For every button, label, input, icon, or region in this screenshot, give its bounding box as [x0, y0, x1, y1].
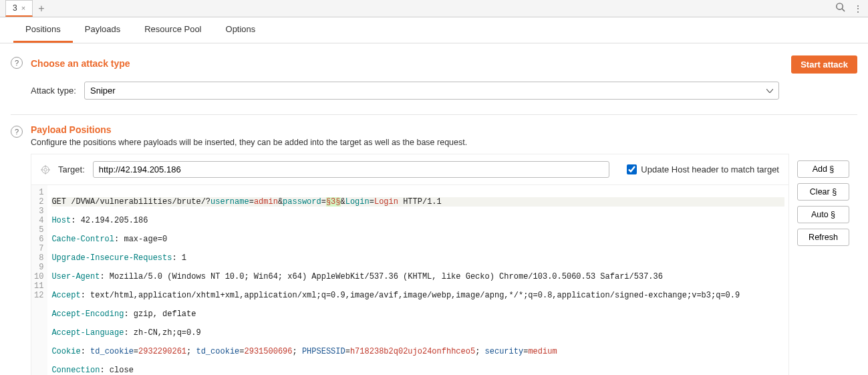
payload-marker: §3§	[326, 197, 341, 207]
add-tab-button[interactable]: +	[38, 3, 44, 15]
menu-icon[interactable]: ⋮	[853, 3, 863, 14]
payload-positions-title: Payload Positions	[31, 124, 857, 135]
tab-positions[interactable]: Positions	[13, 17, 73, 43]
svg-line-1	[842, 9, 845, 11]
add-marker-button[interactable]: Add §	[797, 160, 849, 178]
svg-point-0	[837, 3, 843, 9]
target-input[interactable]	[93, 161, 610, 178]
request-code[interactable]: GET /DVWA/vulnerabilities/brute/?usernam…	[47, 185, 788, 375]
clear-marker-button[interactable]: Clear §	[797, 183, 849, 201]
marker-buttons: Add § Clear § Auto § Refresh	[797, 154, 857, 246]
svg-point-3	[44, 168, 47, 170]
attack-type-select[interactable]: Sniper	[84, 82, 779, 100]
attack-type-label: Attack type:	[31, 86, 78, 96]
section-divider	[11, 114, 857, 115]
auto-marker-button[interactable]: Auto §	[797, 206, 849, 223]
help-icon[interactable]: ?	[11, 126, 23, 138]
update-host-checkbox-wrap[interactable]: Update Host header to match target	[627, 164, 779, 174]
target-icon	[41, 165, 50, 174]
start-attack-button[interactable]: Start attack	[791, 55, 857, 74]
search-icon[interactable]	[835, 2, 845, 15]
tab-resource-pool[interactable]: Resource Pool	[132, 17, 213, 43]
tab-options[interactable]: Options	[214, 17, 268, 43]
update-host-checkbox[interactable]	[627, 164, 637, 174]
target-label: Target:	[58, 164, 85, 174]
payload-positions-desc: Configure the positions where payloads w…	[31, 138, 857, 147]
session-tab[interactable]: 3 ×	[5, 0, 33, 17]
session-tab-label: 3	[13, 3, 17, 13]
help-icon[interactable]: ?	[11, 57, 23, 69]
attack-type-title: Choose an attack type	[31, 58, 130, 69]
top-tab-bar: 3 × + ⋮	[0, 0, 868, 17]
refresh-button[interactable]: Refresh	[797, 229, 849, 246]
update-host-label: Update Host header to match target	[641, 164, 779, 174]
target-row: Target: Update Host header to match targ…	[31, 154, 789, 185]
line-gutter: 1 2 3 4 5 6 7 8 9 10 11 12	[31, 185, 47, 375]
close-icon[interactable]: ×	[21, 4, 25, 12]
request-editor[interactable]: 1 2 3 4 5 6 7 8 9 10 11 12	[31, 185, 789, 375]
tab-payloads[interactable]: Payloads	[73, 17, 132, 43]
sub-tab-bar: Positions Payloads Resource Pool Options	[0, 17, 868, 43]
